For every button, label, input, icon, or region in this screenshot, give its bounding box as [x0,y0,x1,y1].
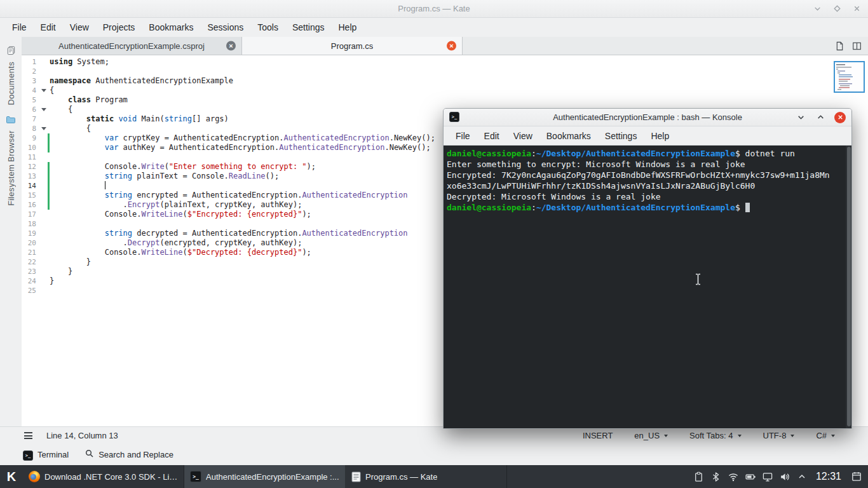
line-number[interactable]: 19 [22,229,39,238]
line-number[interactable]: 22 [22,257,39,267]
line-number[interactable]: 17 [22,210,39,219]
documents-icon [6,46,16,58]
tab-close-button[interactable]: × [226,41,236,51]
tab-program-cs[interactable]: Program.cs× [242,37,463,55]
code-line[interactable]: 2 [22,67,868,76]
line-number[interactable]: 25 [22,286,39,295]
code-line[interactable]: 5 class Program [22,95,868,105]
bluetooth-icon[interactable] [710,470,722,483]
calendar-icon[interactable] [850,470,863,483]
konsole-window-title: AuthenticatedEncryptionExample : bash — … [553,112,742,122]
line-number[interactable]: 13 [22,172,39,181]
fold-marker[interactable] [39,127,48,130]
kate-menu-bookmarks[interactable]: Bookmarks [142,18,200,37]
line-number[interactable]: 20 [22,238,39,248]
clock[interactable]: 12:31 [816,471,841,482]
dictionary-select[interactable]: en_US [634,431,668,440]
line-number[interactable]: 18 [22,219,39,229]
system-tray: 12:31 [693,465,868,488]
terminal-scrollbar[interactable] [846,146,851,428]
app-launcher-button[interactable]: K [0,465,23,488]
new-document-button[interactable] [835,41,844,51]
fold-marker[interactable] [39,89,48,92]
kate-menu-view[interactable]: View [63,18,96,37]
scrollbar-thumb[interactable] [847,147,851,426]
editor-minimap[interactable] [834,61,865,93]
tray-expander-icon[interactable] [796,470,808,483]
clipboard-icon[interactable] [693,470,705,483]
fold-marker[interactable] [39,108,48,111]
line-number[interactable]: 8 [22,124,39,133]
mouse-cursor-ibeam [695,273,702,285]
kate-menu-tools[interactable]: Tools [250,18,285,37]
line-number[interactable]: 7 [22,114,39,124]
task-label: Download .NET Core 3.0 SDK - Lin... [44,472,178,482]
taskbar-task-kate[interactable]: Program.cs — Kate [346,465,507,488]
toolview-button-search-and-replace[interactable]: Search and Replace [85,449,173,460]
line-number[interactable]: 24 [22,276,39,286]
terminal-area[interactable]: daniel@cassiopeia:~/Desktop/Authenticate… [444,146,851,428]
kate-titlebar[interactable]: Program.cs — Kate [0,0,868,18]
tab-close-button[interactable]: × [447,41,456,51]
display-icon[interactable] [761,470,774,483]
line-number[interactable]: 14 [22,181,39,191]
tab-mode-select[interactable]: Soft Tabs: 4 [689,431,741,440]
line-number[interactable]: 9 [22,133,39,143]
kate-minimize-button[interactable] [811,3,823,15]
line-number[interactable]: 4 [22,86,39,95]
toolview-button-terminal[interactable]: >_Terminal [23,449,69,461]
konsole-menu-view[interactable]: View [506,126,539,146]
konsole-maximize-button[interactable] [815,112,826,123]
konsole-menu-bookmarks[interactable]: Bookmarks [539,126,598,146]
line-number[interactable]: 12 [22,162,39,172]
konsole-close-button[interactable] [834,112,846,123]
line-number[interactable]: 10 [22,143,39,152]
konsole-menu-settings[interactable]: Settings [598,126,644,146]
line-number[interactable]: 5 [22,95,39,105]
taskbar-task-konsole[interactable]: >_AuthenticatedEncryptionExample :... [184,465,346,488]
kate-statusbar: Line 14, Column 13 INSERT en_US Soft Tab… [0,426,868,444]
code-line[interactable]: 1using System; [22,57,868,67]
konsole-menu-edit[interactable]: Edit [477,126,506,146]
syntax-select[interactable]: C# [816,431,835,440]
konsole-menu-help[interactable]: Help [644,126,676,146]
encoding-select[interactable]: UTF-8 [763,431,795,440]
line-number[interactable]: 1 [22,57,39,67]
line-number[interactable]: 6 [22,105,39,114]
battery-icon[interactable] [744,470,757,483]
sidebar-tab-documents[interactable]: Documents [0,41,22,110]
tab-authenticatedencryptionexample-csproj[interactable]: AuthenticatedEncryptionExample.csproj× [22,37,242,55]
konsole-titlebar[interactable]: >_ AuthenticatedEncryptionExample : bash… [444,109,851,126]
chevron-down-icon [831,435,835,437]
line-number[interactable]: 2 [22,67,39,76]
sidebar-tab-label: Filesystem Browser [6,130,16,206]
kate-menu-projects[interactable]: Projects [96,18,142,37]
split-view-button[interactable] [852,41,862,51]
line-number[interactable]: 3 [22,76,39,86]
kate-menu-edit[interactable]: Edit [34,18,63,37]
konsole-minimize-button[interactable] [795,112,806,123]
wifi-icon[interactable] [727,470,740,483]
sidebar-tab-filesystem-browser[interactable]: Filesystem Browser [0,110,22,211]
statusbar-menu-icon[interactable] [24,431,32,441]
volume-icon[interactable] [778,470,791,483]
kate-menu-settings[interactable]: Settings [285,18,332,37]
terminal-line: Enter something to encrypt: Microsoft Wi… [447,159,844,170]
line-number[interactable]: 21 [22,248,39,257]
taskbar-task-firefox[interactable]: Download .NET Core 3.0 SDK - Lin... [23,465,184,488]
line-number[interactable]: 23 [22,267,39,276]
folder-icon [6,115,16,126]
code-line[interactable]: 3namespace AuthenticatedEncryptionExampl… [22,76,868,86]
kate-menu-help[interactable]: Help [331,18,363,37]
kate-menu-sessions[interactable]: Sessions [200,18,250,37]
kate-menu-file[interactable]: File [5,18,34,37]
code-line[interactable]: 4{ [22,86,868,95]
line-number[interactable]: 16 [22,200,39,210]
konsole-menu-file[interactable]: File [449,126,477,146]
insert-mode-indicator[interactable]: INSERT [583,431,613,440]
line-number[interactable]: 11 [22,152,39,162]
kate-restore-button[interactable] [831,3,843,15]
terminal-line: xo6e33cmJ/LwPTUHiWFrhhr/tzK1DSsh4ajwsnVY… [447,180,844,191]
line-number[interactable]: 15 [22,191,39,200]
kate-close-button[interactable] [851,3,862,15]
